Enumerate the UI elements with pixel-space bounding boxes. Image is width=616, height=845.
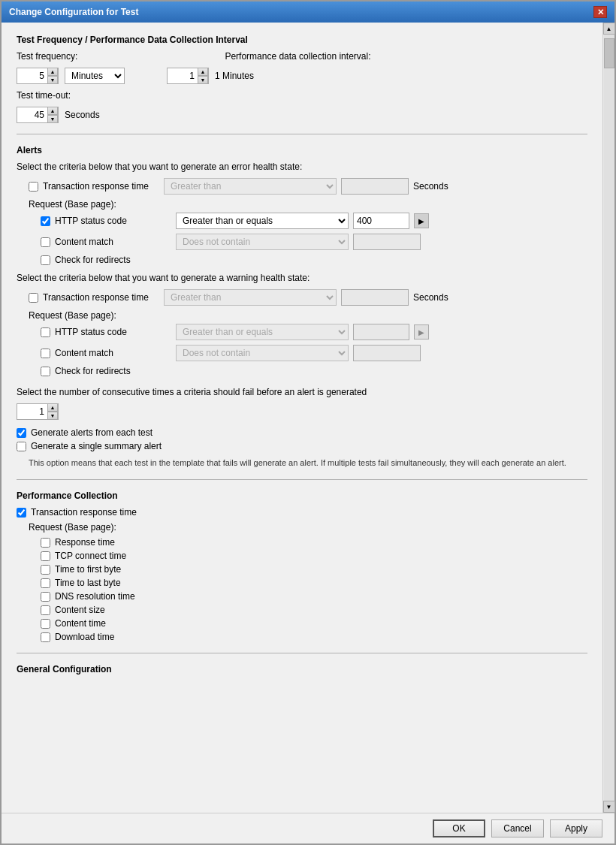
perf-spinner-down[interactable]: ▼ <box>198 76 208 84</box>
perf-interval-input[interactable]: 1 <box>168 68 198 83</box>
perf-last-byte-label: Time to last byte <box>55 578 121 588</box>
alerts-section: Alerts Select the criteria below that yo… <box>17 145 587 469</box>
test-frequency-spinner[interactable]: 5 ▲ ▼ <box>17 68 59 84</box>
consecutive-spinner-up[interactable]: ▲ <box>47 403 58 412</box>
perf-content-size-label: Content size <box>55 605 105 615</box>
error-transaction-unit: Seconds <box>413 181 448 192</box>
timeout-input[interactable]: 45 <box>17 107 47 122</box>
perf-tcp-row: TCP connect time <box>41 551 587 561</box>
performance-title: Performance Collection <box>17 490 587 501</box>
timeout-spinner[interactable]: 45 ▲ ▼ <box>17 107 59 123</box>
perf-transaction-checkbox[interactable] <box>17 508 26 518</box>
timeout-spinner-up[interactable]: ▲ <box>47 107 58 115</box>
warning-http-status-button[interactable]: ▶ <box>414 324 429 340</box>
timeout-controls-row: 45 ▲ ▼ Seconds <box>17 107 587 123</box>
warning-content-checkbox[interactable] <box>41 349 50 358</box>
consecutive-row: 1 ▲ ▼ <box>17 403 587 420</box>
scrollbar[interactable]: ▲ ▼ <box>602 23 614 813</box>
error-criteria-label: Select the criteria below that you want … <box>17 161 587 172</box>
error-http-checkbox[interactable] <box>41 216 50 226</box>
cancel-button[interactable]: Cancel <box>491 819 544 837</box>
perf-spinner-up[interactable]: ▲ <box>198 68 208 76</box>
error-transaction-value-input[interactable] <box>341 178 409 195</box>
warning-transaction-row: Transaction response time Greater than G… <box>29 289 587 306</box>
ok-button[interactable]: OK <box>433 819 485 837</box>
warning-transaction-operator-select[interactable]: Greater than Greater than or equals <box>164 289 337 306</box>
perf-last-byte-row: Time to last byte <box>41 578 587 588</box>
error-transaction-row: Transaction response time Greater than G… <box>29 178 587 195</box>
divider-3 <box>17 653 587 653</box>
apply-button[interactable]: Apply <box>550 819 602 837</box>
perf-spinner-buttons: ▲ ▼ <box>198 68 208 84</box>
warning-http-label: HTTP status code <box>55 327 171 337</box>
error-http-value-input[interactable] <box>353 213 409 229</box>
timeout-spinner-down[interactable]: ▼ <box>47 115 58 123</box>
warning-content-label: Content match <box>55 348 171 358</box>
warning-content-value-input[interactable] <box>353 345 421 361</box>
generate-each-checkbox[interactable] <box>17 428 26 438</box>
timeout-label: Test time-out: <box>17 90 71 101</box>
scrollbar-thumb[interactable] <box>604 38 614 68</box>
error-redirects-checkbox[interactable] <box>41 255 50 265</box>
perf-tcp-checkbox[interactable] <box>41 551 50 561</box>
warning-http-checkbox[interactable] <box>41 327 50 337</box>
consecutive-spinner-down[interactable]: ▼ <box>47 412 58 420</box>
warning-content-operator-select[interactable]: Does not contain Contains <box>176 345 349 361</box>
warning-redirects-checkbox[interactable] <box>41 367 50 376</box>
error-content-label: Content match <box>55 237 171 247</box>
scrollbar-down-button[interactable]: ▼ <box>603 801 615 813</box>
warning-transaction-value-input[interactable] <box>341 289 409 306</box>
warning-transaction-checkbox[interactable] <box>29 293 38 303</box>
dialog: Change Configuration for Test ✕ Test Fre… <box>0 0 616 845</box>
perf-content-size-checkbox[interactable] <box>41 605 50 615</box>
general-title: General Configuration <box>17 664 587 674</box>
perf-response-row: Response time <box>41 537 587 548</box>
performance-section: Performance Collection Transaction respo… <box>17 490 587 642</box>
perf-response-checkbox[interactable] <box>41 538 50 548</box>
generate-summary-checkbox[interactable] <box>17 442 26 451</box>
perf-response-label: Response time <box>55 537 115 548</box>
consecutive-input[interactable]: 1 <box>17 404 47 419</box>
warning-redirects-row: Check for redirects <box>41 366 587 376</box>
test-frequency-input[interactable]: 5 <box>17 68 47 83</box>
frequency-unit-select[interactable]: Minutes Hours <box>65 68 125 84</box>
timeout-spinner-buttons: ▲ ▼ <box>47 107 58 123</box>
consecutive-spinner[interactable]: 1 ▲ ▼ <box>17 403 59 420</box>
error-http-status-button[interactable]: ▶ <box>414 213 429 228</box>
error-transaction-checkbox[interactable] <box>29 182 38 192</box>
error-http-operator-select[interactable]: Greater than Greater than or equals Less… <box>176 213 349 229</box>
alerts-title: Alerts <box>17 145 587 155</box>
close-button[interactable]: ✕ <box>593 6 607 18</box>
perf-first-byte-checkbox[interactable] <box>41 565 50 575</box>
error-content-value-input[interactable] <box>353 234 421 250</box>
error-redirects-row: Check for redirects <box>41 255 587 265</box>
perf-download-checkbox[interactable] <box>41 632 50 642</box>
perf-content-time-checkbox[interactable] <box>41 619 50 629</box>
error-http-row: HTTP status code Greater than Greater th… <box>41 213 587 229</box>
perf-last-byte-checkbox[interactable] <box>41 578 50 588</box>
divider-2 <box>17 479 587 480</box>
perf-dns-checkbox[interactable] <box>41 592 50 602</box>
perf-transaction-label: Transaction response time <box>31 507 137 518</box>
bottom-bar: OK Cancel Apply <box>2 813 614 843</box>
warning-transaction-unit: Seconds <box>413 292 448 303</box>
error-content-checkbox[interactable] <box>41 237 50 247</box>
warning-http-operator-select[interactable]: Greater than or equals Greater than <box>176 324 349 340</box>
error-transaction-operator-select[interactable]: Greater than Greater than or equals Less… <box>164 178 337 195</box>
spinner-buttons: ▲ ▼ <box>47 68 58 84</box>
perf-download-row: Download time <box>41 632 587 642</box>
perf-content-size-row: Content size <box>41 605 587 615</box>
spinner-down[interactable]: ▼ <box>47 76 58 84</box>
generate-summary-label: Generate a single summary alert <box>31 441 162 451</box>
perf-interval-spinner[interactable]: 1 ▲ ▼ <box>167 68 209 84</box>
warning-http-value-input[interactable] <box>353 324 409 340</box>
scrollbar-up-button[interactable]: ▲ <box>603 23 615 35</box>
warning-transaction-label: Transaction response time <box>43 292 159 303</box>
title-bar: Change Configuration for Test ✕ <box>2 2 614 23</box>
perf-transaction-row: Transaction response time <box>17 507 587 518</box>
test-frequency-row: Test frequency: Performance data collect… <box>17 51 587 62</box>
spinner-up[interactable]: ▲ <box>47 68 58 76</box>
scrollbar-track[interactable] <box>604 35 614 801</box>
warning-http-row: HTTP status code Greater than or equals … <box>41 324 587 340</box>
error-content-operator-select[interactable]: Does not contain Contains <box>176 234 349 250</box>
